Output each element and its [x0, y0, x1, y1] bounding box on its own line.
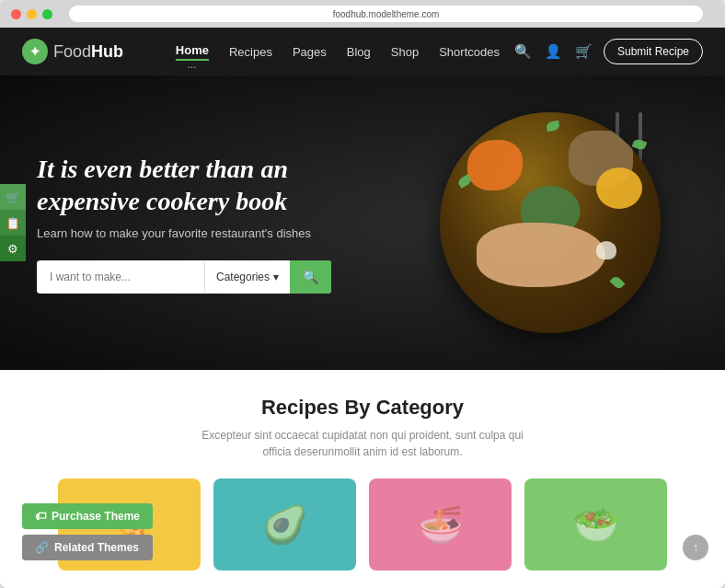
- scroll-top-icon: ↑: [693, 541, 698, 554]
- hero-title: It is even better than an expensive cook…: [37, 153, 350, 217]
- nav-pages[interactable]: Pages: [293, 45, 327, 59]
- related-label: Related Themes: [54, 541, 139, 554]
- purchase-theme-button[interactable]: 🏷 Purchase Theme: [22, 503, 153, 529]
- logo-bold: Hub: [91, 42, 123, 61]
- purchase-icon: 🏷: [35, 510, 46, 523]
- nav-shop[interactable]: Shop: [391, 45, 419, 59]
- browser-titlebar: foodhub.modeltheme.com: [0, 0, 725, 28]
- user-icon[interactable]: 👤: [545, 43, 562, 60]
- category-card-4[interactable]: 🥗: [524, 478, 667, 571]
- chevron-down-icon: ▾: [273, 271, 279, 283]
- card-sketch-4: 🥗: [524, 478, 667, 571]
- browser-window: foodhub.modeltheme.com ✦ FoodHub Home Re…: [0, 0, 725, 588]
- cart-icon[interactable]: 🛒: [575, 43, 593, 60]
- hero-food-image: [431, 103, 670, 342]
- section-title: Recipes By Category: [22, 396, 703, 420]
- side-recipe-icon[interactable]: 📋: [0, 210, 26, 236]
- nav-links: Home Recipes Pages Blog Shop Shortcodes: [176, 43, 500, 61]
- nav-home[interactable]: Home: [176, 43, 209, 61]
- address-bar[interactable]: foodhub.modeltheme.com: [69, 6, 703, 22]
- logo-light: Food: [53, 42, 91, 61]
- search-bar: Categories ▾ 🔍: [37, 260, 331, 294]
- side-icons: 🛒 📋 ⚙: [0, 184, 26, 261]
- nav-icons: 🔍 👤 🛒: [514, 43, 593, 60]
- category-card-3[interactable]: 🍜: [369, 478, 512, 571]
- food-carrots: [467, 140, 523, 190]
- navbar: ✦ FoodHub Home Recipes Pages Blog Shop S…: [0, 28, 725, 75]
- website: ✦ FoodHub Home Recipes Pages Blog Shop S…: [0, 28, 725, 588]
- garlic-decoration: [596, 241, 616, 259]
- section-subtitle: Excepteur sint occaecat cupidatat non qu…: [188, 427, 537, 460]
- categories-label: Categories: [216, 271, 270, 283]
- categories-section: Recipes By Category Excepteur sint occae…: [0, 370, 725, 588]
- food-mango: [596, 167, 642, 209]
- scroll-to-top-button[interactable]: ↑: [683, 535, 708, 560]
- purchase-label: Purchase Theme: [52, 510, 140, 523]
- search-input[interactable]: [37, 261, 204, 293]
- logo: ✦ FoodHub: [22, 39, 123, 64]
- hero-section: 🛒 📋 ⚙: [0, 75, 725, 370]
- logo-text: FoodHub: [53, 42, 123, 62]
- category-card-2[interactable]: 🥑: [213, 478, 356, 571]
- maximize-button[interactable]: [42, 9, 52, 19]
- url-text: foodhub.modeltheme.com: [333, 9, 440, 19]
- search-button[interactable]: 🔍: [290, 260, 331, 294]
- logo-icon: ✦: [22, 39, 48, 64]
- hero-subtitle: Learn how to make your favorite restaura…: [37, 226, 350, 240]
- side-settings-icon[interactable]: ⚙: [0, 236, 26, 261]
- side-cart-icon[interactable]: 🛒: [0, 184, 26, 210]
- related-themes-button[interactable]: 🔗 Related Themes: [22, 535, 153, 560]
- browser-content: ✦ FoodHub Home Recipes Pages Blog Shop S…: [0, 28, 725, 588]
- food-chicken: [477, 223, 605, 287]
- overlay-buttons: 🏷 Purchase Theme 🔗 Related Themes: [22, 503, 153, 560]
- hero-content: It is even better than an expensive cook…: [0, 153, 386, 294]
- nav-recipes[interactable]: Recipes: [229, 45, 272, 59]
- card-sketch-3: 🍜: [369, 478, 512, 571]
- close-button[interactable]: [11, 9, 21, 19]
- nav-shortcodes[interactable]: Shortcodes: [439, 45, 500, 59]
- related-icon: 🔗: [35, 541, 49, 554]
- search-icon[interactable]: 🔍: [514, 43, 532, 60]
- submit-recipe-button[interactable]: Submit Recipe: [604, 39, 703, 64]
- nav-blog[interactable]: Blog: [347, 45, 371, 59]
- leaf-decoration-1: [632, 138, 648, 151]
- card-sketch-2: 🥑: [213, 478, 356, 571]
- minimize-button[interactable]: [27, 9, 37, 19]
- categories-dropdown[interactable]: Categories ▾: [205, 271, 290, 283]
- food-bowl: [440, 112, 661, 333]
